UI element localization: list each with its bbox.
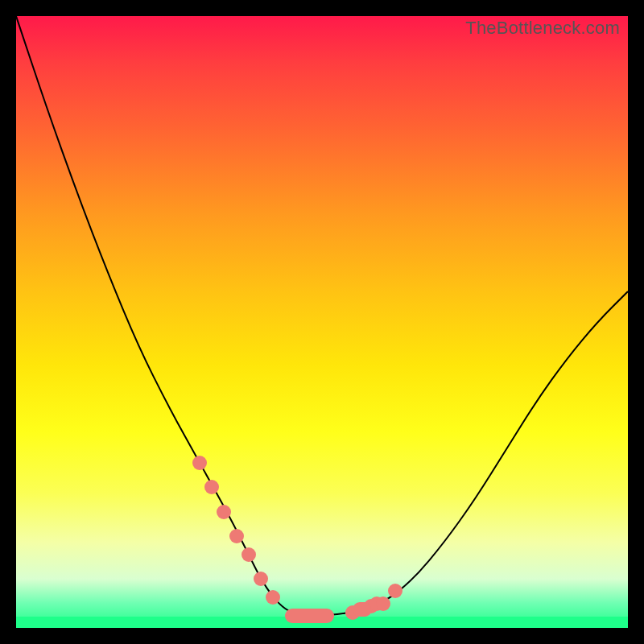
highlight-marker [229,529,244,543]
highlight-pill [285,609,334,623]
highlight-pill [353,602,371,617]
highlight-marker [192,456,207,470]
attribution-text: TheBottleneck.com [465,18,620,39]
outer-frame: TheBottleneck.com [0,0,644,644]
highlight-marker [242,547,256,562]
bottleneck-curve [16,16,628,628]
plot-area: TheBottleneck.com [16,16,628,628]
highlight-marker [376,597,390,611]
highlight-marker [217,505,231,519]
curve-path [16,16,628,616]
